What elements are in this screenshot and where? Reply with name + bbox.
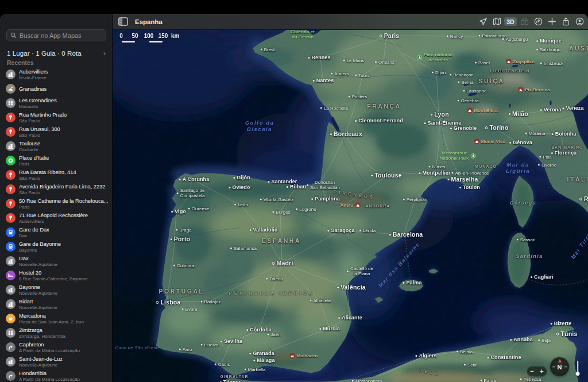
map-label: Grenoble: [450, 125, 477, 131]
pin-icon-svg: [7, 172, 14, 178]
map-label-text: Verona: [544, 107, 562, 113]
recent-item[interactable]: Hostel 208 Rue Sainte-Catherine, Bayonne: [0, 268, 113, 283]
recent-item[interactable]: Place d'ItalieParis: [0, 153, 113, 168]
map-label-text: ESPANHA: [262, 237, 301, 244]
recent-item-title: Avenida Brigadeiro Faria Lima, 2232: [19, 183, 106, 190]
city-icon-svg: [7, 358, 14, 365]
city-dot: [352, 380, 354, 382]
map-label: Lyon: [431, 111, 449, 118]
recent-item-text: Hostel 208 Rue Sainte-Catherine, Bayonne: [19, 269, 88, 282]
recent-item[interactable]: CapbretonA Partir da Minha Localização: [0, 340, 113, 354]
chevron-right-icon: ›: [103, 51, 106, 56]
pin-icon-svg: [7, 114, 14, 121]
map-label: Córdoba: [246, 327, 272, 333]
tilt-slider-knob[interactable]: [576, 372, 580, 376]
recent-item[interactable]: BayonneNouvelle-Aquitaine: [0, 283, 113, 297]
recent-item-text: Avenida Brigadeiro Faria Lima, 2232São P…: [19, 183, 106, 196]
map-label-text: Basel: [478, 60, 490, 65]
zoom-in-button[interactable]: +: [537, 366, 547, 376]
map-label-text: Mercantour National Park: [439, 151, 469, 161]
route-icon-svg: [7, 373, 14, 379]
map-label: Túnis: [556, 330, 578, 337]
map-label: Alicante: [338, 315, 362, 321]
city-dot: [551, 323, 552, 325]
add-button[interactable]: [545, 16, 559, 28]
city-dot: [245, 369, 246, 371]
tilt-slider[interactable]: [575, 361, 581, 376]
recent-item-title: Saint-Jean-de-Luz: [19, 356, 63, 362]
recent-item[interactable]: Rua Barata Ribeiro, 414São Paulo: [0, 168, 113, 182]
recent-item[interactable]: Rua Martinho PradoSão Paulo: [0, 110, 113, 125]
recent-item[interactable]: Gare de DaxDax: [0, 225, 113, 240]
grid-icon: [6, 328, 16, 338]
recent-item[interactable]: Rua Urussul, 300São Paulo: [0, 125, 113, 139]
map-label-text: Batna: [484, 378, 496, 382]
maps-window: 1 Lugar · 1 Guia · 0 Rota › Recentes Aub…: [0, 14, 588, 382]
compass-label: N: [558, 364, 562, 371]
recent-item-text: 50 Rue Catherine de la Rochefouca...Pari…: [19, 198, 108, 210]
city-icon: [6, 357, 16, 366]
pin-icon: [6, 213, 16, 223]
city-dot: [234, 204, 236, 206]
map-canvas[interactable]: ParisNancyEstrasburgoAugsburgoMuniqueSal…: [113, 30, 588, 382]
recent-item[interactable]: DaxNouvelle-Aquitaine: [0, 254, 113, 268]
map-mode-button[interactable]: [490, 16, 504, 28]
account-button[interactable]: [572, 16, 586, 28]
share-button[interactable]: [559, 16, 572, 28]
map-label-text: Barcelona: [393, 231, 423, 238]
city-dot: [451, 172, 453, 174]
recent-item[interactable]: 71 Rue Léopold RechossièreAubervilliers: [0, 211, 113, 225]
route-icon: [6, 342, 16, 352]
recent-item[interactable]: Granadinas: [0, 82, 113, 96]
recent-item[interactable]: Les GrenadinesMacouria: [0, 96, 113, 110]
map-label: Basel: [475, 60, 490, 65]
map-label: Berna: [458, 80, 473, 85]
recent-item[interactable]: AubervilliersÎle-de-France: [0, 67, 113, 82]
recent-item[interactable]: BidartNouvelle-Aquitaine: [0, 297, 113, 311]
map-label-text: Milão: [512, 110, 528, 117]
map-label-text: Logroño: [299, 207, 316, 212]
recent-item[interactable]: ZimizargaZimizarga, Hondarribia: [0, 326, 113, 340]
recent-item[interactable]: HondarribiaA Partir da Minha Localização: [0, 369, 113, 382]
recent-item-subtitle: Nouvelle-Aquitaine: [19, 262, 57, 268]
collections-summary[interactable]: 1 Lugar · 1 Guia · 0 Rota ›: [7, 48, 106, 59]
map-label-text: Módena: [529, 131, 546, 136]
city-dot: [509, 113, 510, 115]
search-input[interactable]: [20, 32, 102, 39]
city-dot: [540, 63, 542, 64]
zoom-out-button[interactable]: −: [527, 366, 537, 376]
recent-item[interactable]: 50 Rue Catherine de la Rochefouca...Pari…: [0, 196, 113, 211]
map-label: Besançon: [450, 72, 474, 78]
search-field[interactable]: [6, 29, 106, 41]
view-3d-button[interactable]: 3D: [504, 16, 517, 28]
map-label: Montpellier: [419, 170, 450, 176]
city-dot: [502, 38, 504, 40]
city-dot: [331, 73, 332, 75]
city-dot: [458, 82, 459, 83]
map-label-text: Málaga: [257, 357, 274, 363]
directions-button[interactable]: [531, 16, 545, 28]
map-label-text: Lyon: [434, 111, 449, 118]
map-label: Vitoria-Gasteiz: [260, 197, 293, 202]
recent-item[interactable]: MercadonaPlaza de San Juan Arria, 2, Iru…: [0, 311, 113, 326]
collections-summary-text: 1 Lugar · 1 Guia · 0 Rota: [7, 50, 82, 57]
sidebar-toggle-button[interactable]: [118, 17, 128, 26]
map-label: ESPANHA: [262, 237, 301, 244]
map-label: Tébessa: [520, 377, 541, 382]
map-label-text: Mont Blanc: [474, 108, 498, 113]
city-dot: [337, 287, 339, 288]
map-label-text: Augsburgo: [506, 37, 528, 42]
recent-item-text: Les GrenadinesMacouria: [19, 97, 57, 110]
mountain-peak-icon: [467, 108, 472, 113]
recent-item-text: AubervilliersÎle-de-France: [19, 68, 48, 81]
compass[interactable]: N: [550, 357, 569, 376]
recent-item[interactable]: Saint-Jean-de-LuzNouvelle-Aquitaine: [0, 354, 113, 369]
mountain-peak-icon: [474, 139, 479, 144]
recent-item-title: Rua Martinho Prado: [19, 111, 67, 118]
recent-item[interactable]: ToulouseOccitanie: [0, 139, 113, 153]
recent-item[interactable]: Avenida Brigadeiro Faria Lima, 2232São P…: [0, 182, 113, 196]
recent-item[interactable]: Gare de BayonneBayonne: [0, 240, 113, 254]
map-label: Toledo: [266, 276, 283, 281]
recent-item-title: Aubervilliers: [19, 68, 48, 75]
locate-button[interactable]: [476, 16, 490, 28]
